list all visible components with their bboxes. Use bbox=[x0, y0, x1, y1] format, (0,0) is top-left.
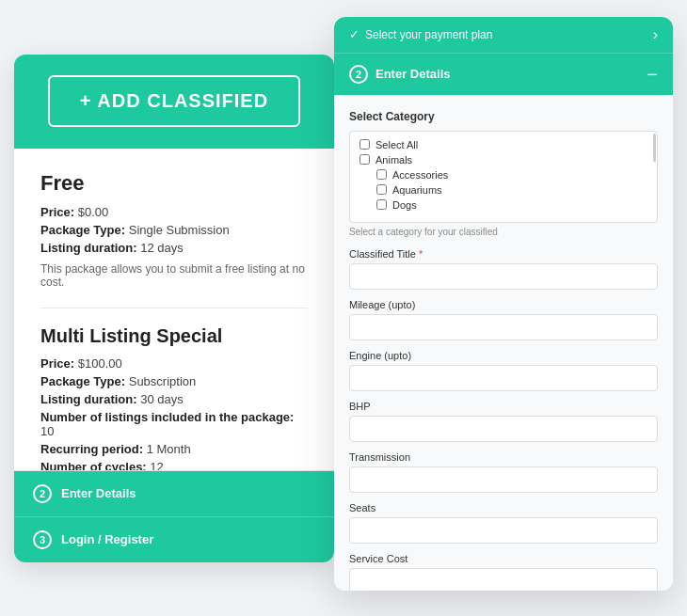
collapse-button[interactable]: − bbox=[647, 65, 658, 84]
plan2-recurring: Recurring period: 1 Month bbox=[40, 442, 308, 456]
engine-label: Engine (upto) bbox=[349, 350, 658, 361]
classified-title-input[interactable] bbox=[349, 263, 658, 290]
front-body: Select Category Select All Animals Acces… bbox=[334, 95, 673, 591]
back-card-body: Free Price: $0.00 Package Type: Single S… bbox=[14, 149, 334, 500]
plan1-price: Price: $0.00 bbox=[40, 205, 308, 219]
plan1-description: This package allows you to submit a free… bbox=[40, 262, 308, 289]
required-mark: * bbox=[416, 248, 423, 260]
seats-input[interactable] bbox=[349, 517, 658, 544]
cat-animals-label: Animals bbox=[375, 154, 412, 166]
engine-group: Engine (upto) bbox=[349, 350, 658, 391]
plan2-price: Price: $100.00 bbox=[40, 356, 308, 371]
front-header-main-label: Enter Details bbox=[375, 67, 450, 81]
category-section-title: Select Category bbox=[349, 110, 658, 123]
transmission-label: Transmission bbox=[349, 451, 658, 463]
bhp-group: BHP bbox=[349, 401, 658, 442]
step2-label: Enter Details bbox=[61, 486, 136, 500]
front-card: ✓ Select your payment plan › 2 Enter Det… bbox=[334, 17, 673, 591]
cat-animals[interactable]: Animals bbox=[359, 154, 647, 166]
plan2-title: Multi Listing Special bbox=[40, 325, 308, 347]
cat-select-all[interactable]: Select All bbox=[359, 139, 647, 150]
seats-label: Seats bbox=[349, 502, 658, 513]
bhp-input[interactable] bbox=[349, 416, 658, 442]
plan2-num-listings: Number of listings included in the packa… bbox=[40, 410, 308, 438]
step3-number: 3 bbox=[33, 530, 52, 549]
plan1-listing-dur: Listing duration: 12 days bbox=[40, 241, 308, 255]
plan1-title: Free bbox=[40, 171, 308, 196]
cat-aquariums[interactable]: Aquariums bbox=[376, 184, 647, 196]
cat-aquariums-label: Aquariums bbox=[392, 184, 442, 196]
cat-dogs[interactable]: Dogs bbox=[376, 199, 647, 211]
plan2-listing-dur: Listing duration: 30 days bbox=[40, 392, 308, 406]
mileage-group: Mileage (upto) bbox=[349, 299, 658, 340]
bhp-label: BHP bbox=[349, 401, 658, 412]
back-card-footer: 2 Enter Details 3 Login / Register bbox=[14, 470, 334, 562]
mileage-input[interactable] bbox=[349, 314, 658, 340]
step2-number: 2 bbox=[33, 484, 52, 503]
cat-select-all-checkbox[interactable] bbox=[359, 139, 370, 150]
cat-aquariums-checkbox[interactable] bbox=[376, 184, 387, 195]
engine-input[interactable] bbox=[349, 365, 658, 391]
cat-accessories[interactable]: Accessories bbox=[376, 169, 647, 181]
classified-title-label: Classified Title * bbox=[349, 248, 658, 260]
add-classified-button[interactable]: + ADD CLASSIFIED bbox=[48, 75, 300, 127]
scrollbar-indicator bbox=[653, 134, 656, 162]
step2-bar[interactable]: 2 Enter Details bbox=[14, 470, 334, 516]
check-icon: ✓ bbox=[349, 27, 359, 41]
header-top-check-icon: ✓ Select your payment plan bbox=[349, 27, 492, 41]
service-cost-label: Service Cost bbox=[349, 553, 658, 564]
cat-select-all-label: Select All bbox=[375, 139, 418, 150]
chevron-right-icon: › bbox=[653, 26, 658, 43]
cat-dogs-checkbox[interactable] bbox=[376, 199, 387, 210]
cat-accessories-checkbox[interactable] bbox=[376, 169, 387, 180]
plan2-pkg-type: Package Type: Subscription bbox=[40, 374, 308, 388]
back-card-header: + ADD CLASSIFIED bbox=[14, 55, 334, 149]
cat-dogs-label: Dogs bbox=[392, 199, 417, 211]
seats-group: Seats bbox=[349, 502, 658, 544]
service-cost-group: Service Cost bbox=[349, 553, 658, 591]
step3-bar[interactable]: 3 Login / Register bbox=[14, 516, 334, 562]
front-step-num: 2 bbox=[349, 65, 368, 84]
step3-label: Login / Register bbox=[61, 532, 153, 546]
transmission-group: Transmission bbox=[349, 451, 658, 493]
plan1-pkg-type: Package Type: Single Submission bbox=[40, 223, 308, 237]
classified-title-group: Classified Title * bbox=[349, 248, 658, 290]
mileage-label: Mileage (upto) bbox=[349, 299, 658, 310]
front-header-main: 2 Enter Details − bbox=[334, 53, 673, 95]
front-header-top: ✓ Select your payment plan › bbox=[334, 17, 673, 53]
category-box[interactable]: Select All Animals Accessories Aquariums… bbox=[349, 131, 658, 223]
transmission-input[interactable] bbox=[349, 466, 658, 493]
category-hint: Select a category for your classified bbox=[349, 227, 658, 237]
header-top-label: Select your payment plan bbox=[365, 28, 492, 41]
cat-accessories-label: Accessories bbox=[392, 169, 448, 181]
cat-animals-checkbox[interactable] bbox=[359, 154, 370, 165]
service-cost-input[interactable] bbox=[349, 568, 658, 591]
back-card: + ADD CLASSIFIED Free Price: $0.00 Packa… bbox=[14, 55, 334, 562]
